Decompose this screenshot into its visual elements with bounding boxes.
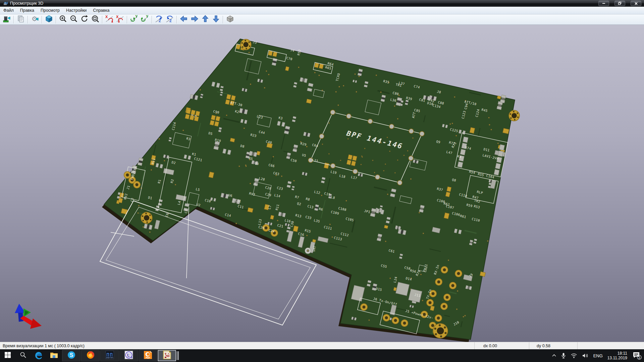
move-right-button[interactable] <box>189 15 200 24</box>
zoom-fit-button[interactable] <box>90 15 101 24</box>
toolbar-separator <box>127 16 127 23</box>
copy-icon <box>17 15 25 24</box>
redraw-icon <box>80 15 89 24</box>
rotate-x-ccw-button[interactable]: X <box>104 15 115 24</box>
skype-button[interactable]: S <box>62 350 80 361</box>
toolbar-separator <box>223 16 223 23</box>
window-title: Просмотрщик 3D <box>10 1 43 6</box>
tray-wifi-icon[interactable] <box>571 353 577 358</box>
axis-gizmo <box>15 304 42 329</box>
taskbar: SANALYZERU3PDFENG18:1113.11.20192 <box>0 349 644 362</box>
toolbar-separator <box>42 16 42 23</box>
toolbar-separator <box>102 16 103 23</box>
move-left-button[interactable] <box>178 15 189 24</box>
window-titlebar[interactable]: Просмотрщик 3D <box>0 0 644 7</box>
svg-text:2: 2 <box>638 356 640 359</box>
rot-x-ccw-icon: X <box>105 15 114 24</box>
ultraiso-button[interactable]: U3 <box>119 350 138 361</box>
minimize-button[interactable] <box>598 1 609 6</box>
svg-text:X: X <box>105 15 108 19</box>
tray-volume-icon[interactable] <box>582 353 589 358</box>
tray-notification-icon[interactable]: 2 <box>632 351 642 360</box>
reload-board-icon <box>3 15 11 24</box>
redraw-button[interactable] <box>79 15 90 24</box>
kicad-3d-viewer-window: Просмотрщик 3D ФайлПравкаПросмотрНастрой… <box>0 0 644 362</box>
rotate-x-cw-button[interactable]: X <box>115 15 125 24</box>
menu-help[interactable]: Справка <box>90 7 112 13</box>
menu-preferences[interactable]: Настройки <box>63 7 90 13</box>
firefox-button[interactable] <box>81 350 100 361</box>
search-button[interactable] <box>15 349 31 362</box>
toolbar-separator <box>56 16 56 23</box>
zoom-in-icon <box>59 15 67 24</box>
toolbar-separator <box>13 16 14 23</box>
tray-clock[interactable]: 18:1113.11.2019 <box>607 351 627 360</box>
tray-chevron-up-icon[interactable] <box>552 354 556 358</box>
circuit-app-button[interactable]: ANALYZER <box>100 350 119 361</box>
status-bar: Время визуализации 1 мс ( 1003.0 кадр/с)… <box>0 342 644 350</box>
arrow-left-icon <box>180 15 188 24</box>
zoom-fit-icon <box>91 15 99 24</box>
taskbar-edge-bars <box>177 349 179 362</box>
reload-board-button[interactable] <box>1 15 12 24</box>
rotate-y-ccw-button[interactable]: Y <box>129 15 140 24</box>
restore-button[interactable] <box>614 1 625 6</box>
circuit-icon: ANALYZER <box>105 351 114 361</box>
svg-text:S: S <box>69 352 73 358</box>
menu-file[interactable]: Файл <box>0 7 17 13</box>
explorer-icon <box>50 351 58 361</box>
svg-text:Z: Z <box>159 19 161 23</box>
search-icon <box>20 352 26 360</box>
menu-edit[interactable]: Правка <box>17 7 37 13</box>
rot-z-cw-icon: Z <box>165 15 174 24</box>
status-filler <box>578 342 644 350</box>
toolbar: ⚙XXYYZZ <box>0 14 644 25</box>
windows-icon <box>4 351 11 360</box>
move-up-button[interactable] <box>200 15 211 24</box>
rotate-z-cw-button[interactable]: Z <box>164 15 175 24</box>
move-down-button[interactable] <box>211 15 221 24</box>
tray-language[interactable]: ENG <box>593 353 603 358</box>
toolbar-separator <box>176 16 177 23</box>
foxit-icon: PDF <box>144 351 152 361</box>
copy-image-button[interactable] <box>15 15 26 24</box>
render-view-button[interactable] <box>44 15 54 24</box>
svg-text:Y: Y <box>146 15 149 18</box>
rot-z-ccw-icon: Z <box>155 15 163 24</box>
app-icon <box>3 1 8 6</box>
rotate-y-cw-button[interactable]: Y <box>140 15 150 24</box>
ortho-cube-icon <box>226 15 234 24</box>
svg-text:PDF: PDF <box>146 357 150 359</box>
tray-mic-icon[interactable] <box>561 353 566 359</box>
skype-icon: S <box>67 351 76 361</box>
cube3d-icon <box>45 15 53 24</box>
viewport-3d[interactable]: J3J4C70R52R64R65TCXOR35L37C74C80L36R39C8… <box>0 25 644 342</box>
explorer-button[interactable] <box>46 349 62 362</box>
zoom-out-button[interactable] <box>68 15 79 24</box>
menu-view[interactable]: Просмотр <box>38 7 63 13</box>
pcb-board <box>102 39 520 342</box>
status-dy: dy 0.58 <box>529 342 578 350</box>
menu-bar: ФайлПравкаПросмотрНастройкиСправка <box>0 7 644 14</box>
toolbar-separator <box>28 16 28 23</box>
toolbar-separator <box>152 16 152 23</box>
render-options-button[interactable]: ⚙ <box>30 15 40 24</box>
edge-icon <box>34 351 43 361</box>
rot-x-cw-icon: X <box>116 15 124 24</box>
kicad-button[interactable] <box>158 350 176 361</box>
arrow-right-icon <box>191 15 199 24</box>
status-dx: dx 0.00 <box>475 342 529 350</box>
foxit-pdf-button[interactable]: PDF <box>139 350 157 361</box>
rotate-z-ccw-button[interactable]: Z <box>154 15 164 24</box>
zoom-in-button[interactable] <box>58 15 68 24</box>
uiso-icon: U3 <box>124 351 133 361</box>
pcb-3d-scene: J3J4C70R52R64R65TCXOR35L37C74C80L36R39C8… <box>0 25 644 342</box>
zoom-out-icon <box>70 15 78 24</box>
edge-button[interactable] <box>31 349 46 362</box>
arrow-up-icon <box>201 15 209 24</box>
close-button[interactable] <box>631 1 641 6</box>
start-button[interactable] <box>0 349 15 362</box>
system-tray: ENG18:1113.11.20192 <box>552 349 644 362</box>
settings-icon: ⚙ <box>31 15 39 24</box>
ortho-view-button[interactable] <box>225 15 235 24</box>
